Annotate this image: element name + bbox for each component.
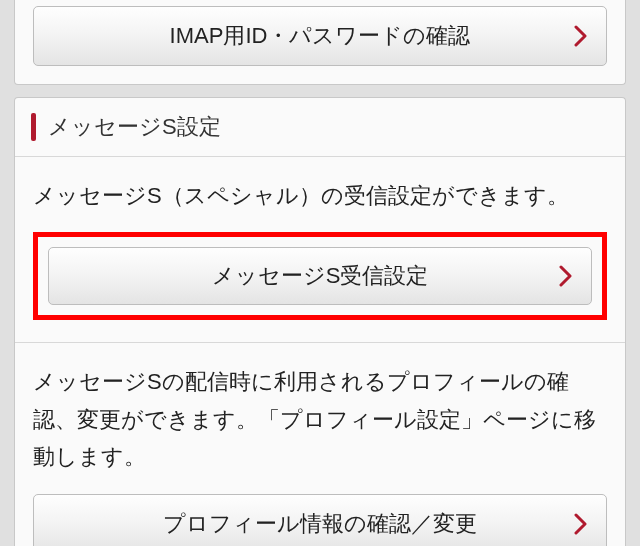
imap-button-label: IMAP用ID・パスワードの確認	[170, 21, 471, 51]
message-s-settings-card: メッセージS設定 メッセージS（スペシャル）の受信設定ができます。 メッセージS…	[14, 97, 626, 546]
message-s-desc-2: メッセージSの配信時に利用されるプロフィールの確認、変更ができます。「プロフィー…	[33, 363, 607, 475]
imap-credentials-button[interactable]: IMAP用ID・パスワードの確認	[33, 6, 607, 66]
profile-info-button[interactable]: プロフィール情報の確認／変更	[33, 494, 607, 546]
chevron-right-icon	[574, 513, 588, 535]
divider	[15, 342, 625, 343]
profile-info-label: プロフィール情報の確認／変更	[163, 509, 477, 539]
section-body: メッセージS（スペシャル）の受信設定ができます。 メッセージS受信設定 メッセー…	[15, 157, 625, 546]
accent-bar-icon	[31, 113, 36, 141]
receive-settings-label: メッセージS受信設定	[212, 261, 429, 291]
highlight-box: メッセージS受信設定	[33, 232, 607, 320]
section-title: メッセージS設定	[48, 112, 221, 142]
section-header: メッセージS設定	[15, 98, 625, 157]
top-card: IMAP用ID・パスワードの確認	[14, 0, 626, 85]
chevron-right-icon	[574, 25, 588, 47]
message-s-desc-1: メッセージS（スペシャル）の受信設定ができます。	[33, 177, 607, 214]
chevron-right-icon	[559, 265, 573, 287]
message-s-receive-settings-button[interactable]: メッセージS受信設定	[48, 247, 592, 305]
